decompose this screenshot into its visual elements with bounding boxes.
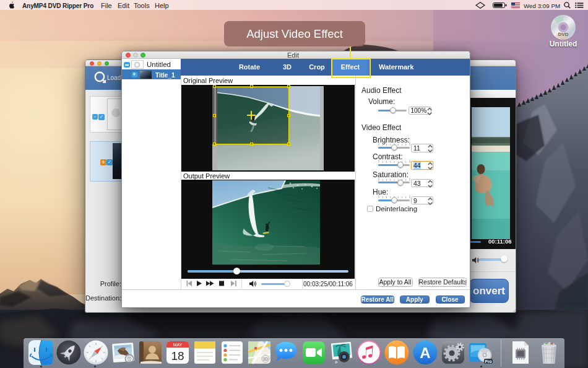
svg-text:18: 18: [171, 349, 184, 362]
svg-text:A: A: [420, 344, 430, 361]
svg-text:3D: 3D: [263, 357, 269, 361]
svg-text:DVD: DVD: [558, 32, 569, 37]
svg-text:MAY: MAY: [173, 343, 183, 347]
svg-text:Pro: Pro: [485, 359, 492, 364]
